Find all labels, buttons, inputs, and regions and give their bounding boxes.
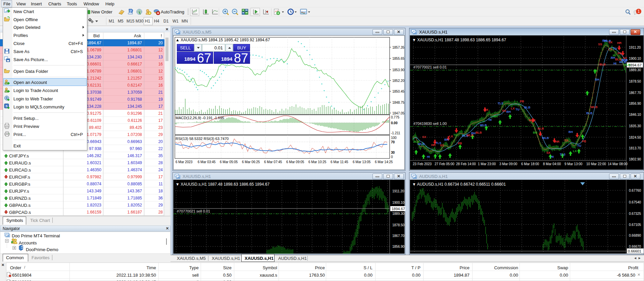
svg-text:1856.90: 1856.90: [392, 245, 405, 248]
svg-text:1852.20: 1852.20: [392, 79, 405, 83]
svg-text:6 Mar 05:05: 6 Mar 05:05: [220, 160, 238, 164]
svg-text:WLB: WLB: [619, 60, 626, 64]
svg-text:S: S: [5, 104, 7, 108]
svg-text:1911.20: 1911.20: [629, 46, 641, 49]
svg-text:1878.50: 1878.50: [392, 223, 405, 227]
svg-text:TLS: TLS: [560, 153, 565, 156]
svg-text:PB: PB: [582, 140, 586, 143]
svg-text:1878.50: 1878.50: [629, 80, 641, 83]
svg-text:RSI(13) 58.5332 RSI(3) 63.747: RSI(13) 58.5332 RSI(3) 63.7470: [176, 137, 229, 141]
svg-text:BH: BH: [602, 39, 607, 42]
svg-text:BH: BH: [471, 132, 476, 135]
svg-text:HR: HR: [493, 115, 498, 118]
svg-text:BLB: BLB: [599, 63, 606, 66]
svg-text:SX: SX: [623, 56, 627, 60]
svg-text:30: 30: [391, 151, 395, 154]
svg-text:0.67325: 0.67325: [629, 212, 641, 216]
svg-text:0.775: 0.775: [391, 115, 399, 119]
svg-text:HI: HI: [551, 155, 554, 158]
svg-text:1835.30: 1835.30: [629, 124, 641, 128]
svg-text:6 Mar 03:45: 6 Mar 03:45: [198, 160, 216, 164]
svg-text:TU: TU: [577, 144, 581, 147]
svg-text:LX: LX: [573, 149, 577, 153]
svg-text:8 Mar 04:00: 8 Mar 04:00: [543, 162, 561, 166]
svg-text:SX: SX: [608, 41, 612, 44]
svg-text:0.00: 0.00: [391, 121, 398, 125]
svg-text:1847.05: 1847.05: [392, 111, 405, 115]
svg-text:▼ XAUUSD.s,H1 1887.48 1898.63: ▼ XAUUSD.s,H1 1887.48 1898.63 1886.65 18…: [412, 38, 506, 42]
svg-text:BLB: BLB: [524, 106, 531, 109]
svg-text:BH: BH: [444, 138, 449, 141]
svg-text:6 Mar 2023: 6 Mar 2023: [176, 160, 193, 164]
svg-text:SX: SX: [422, 135, 426, 139]
svg-text:1802.90: 1802.90: [629, 157, 641, 161]
svg-text:BH: BH: [611, 56, 615, 59]
svg-text:1911.20: 1911.20: [392, 189, 404, 193]
svg-text:SS: SS: [564, 139, 568, 142]
svg-text:1900.10: 1900.10: [629, 57, 641, 60]
svg-text:6 Mar 06:25: 6 Mar 06:25: [242, 160, 260, 164]
svg-text:6 Mar 07:45: 6 Mar 07:45: [264, 160, 282, 164]
svg-text:#70770021 sell 0.01: #70770021 sell 0.01: [177, 209, 210, 213]
svg-text:1853.90: 1853.90: [392, 68, 405, 72]
svg-text:6 Mar 18:00: 6 Mar 18:00: [521, 162, 539, 166]
svg-text:1848.75: 1848.75: [392, 101, 405, 104]
svg-text:0.67105: 0.67105: [629, 223, 641, 227]
svg-text:1900.10: 1900.10: [392, 201, 405, 204]
svg-text:#70770021 sell 0.01: #70770021 sell 0.01: [413, 65, 447, 69]
svg-text:MACD(12,26,9) -0.191 -1.695: MACD(12,26,9) -0.191 -1.695: [176, 116, 224, 120]
svg-text:BH: BH: [506, 110, 511, 113]
svg-text:14 Mar 08:00: 14 Mar 08:00: [608, 162, 628, 166]
svg-text:1867.70: 1867.70: [629, 91, 641, 95]
svg-text:PB: PB: [617, 52, 622, 55]
svg-text:1850.45: 1850.45: [392, 90, 405, 93]
svg-text:BLB: BLB: [476, 131, 482, 134]
svg-text:HI: HI: [489, 118, 492, 122]
svg-text:BH: BH: [533, 131, 537, 134]
svg-text:TU: TU: [613, 47, 617, 50]
svg-text:WLB: WLB: [542, 136, 549, 140]
svg-text:70: 70: [391, 140, 395, 144]
svg-text:3 Mar 09:00: 3 Mar 09:00: [499, 162, 517, 166]
svg-text:6 Mar 10:25: 6 Mar 10:25: [308, 160, 327, 164]
svg-text:BH: BH: [568, 130, 573, 134]
svg-text:PB: PB: [458, 142, 462, 145]
svg-text:0: 0: [391, 155, 393, 159]
svg-text:1856.90: 1856.90: [629, 102, 641, 105]
svg-text:SS: SS: [440, 144, 444, 147]
svg-text:TU: TU: [515, 108, 519, 111]
svg-text:▼ AUDUSD.s,H1 0.66734 0.66742: ▼ AUDUSD.s,H1 0.66734 0.66742 0.66511 0.…: [412, 182, 506, 187]
svg-text:WLB: WLB: [591, 105, 598, 109]
svg-text:BH: BH: [595, 78, 599, 81]
svg-text:28 Feb 14:00: 28 Feb 14:00: [456, 162, 476, 166]
svg-text:TLS: TLS: [498, 102, 503, 105]
svg-text:TU: TU: [453, 133, 457, 137]
svg-text:LX: LX: [511, 107, 515, 110]
svg-text:SS: SS: [598, 43, 602, 46]
svg-text:27 Feb 05:00: 27 Feb 05:00: [435, 162, 454, 166]
svg-text:BLB: BLB: [538, 127, 544, 130]
svg-text:LX: LX: [449, 135, 453, 138]
svg-text:HR: HR: [555, 140, 559, 143]
svg-text:SX: SX: [484, 108, 488, 111]
svg-text:9 Mar 13:00: 9 Mar 13:00: [564, 162, 583, 166]
svg-text:1: 1: [638, 9, 640, 14]
svg-text:▼ XAUUSD.s,H1 1887.48 1898.63: ▼ XAUUSD.s,H1 1887.48 1898.63 1886.65 18…: [176, 182, 269, 187]
svg-text:WLB: WLB: [418, 142, 425, 146]
svg-text:6 Mar 11:45: 6 Mar 11:45: [331, 160, 348, 164]
svg-text:1857.35: 1857.35: [392, 46, 405, 49]
svg-text:6 Mar 14:25: 6 Mar 14:25: [375, 160, 393, 164]
svg-text:1855.65: 1855.65: [392, 57, 405, 60]
svg-text:BLB: BLB: [586, 111, 593, 115]
svg-text:#70419830 sell 1.00: #70419830 sell 1.00: [413, 122, 447, 126]
svg-text:100: 100: [391, 136, 397, 140]
svg-text:1894.67: 1894.67: [392, 207, 405, 211]
svg-text:23 Feb 2023: 23 Feb 2023: [413, 162, 432, 166]
svg-text:0.66670: 0.66670: [629, 245, 641, 248]
svg-text:1813.70: 1813.70: [629, 146, 641, 150]
svg-text:1824.50: 1824.50: [629, 136, 641, 139]
svg-text:WLB: WLB: [480, 124, 487, 127]
svg-text:1889.30: 1889.30: [392, 212, 405, 216]
svg-text:1867.70: 1867.70: [392, 234, 405, 238]
svg-text:10 Mar 22:00: 10 Mar 22:00: [586, 162, 606, 166]
